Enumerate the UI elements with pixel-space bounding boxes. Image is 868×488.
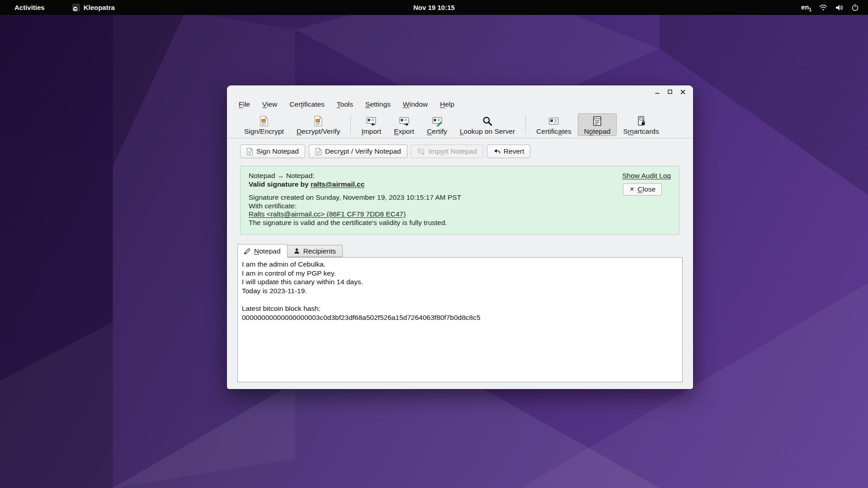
with-certificate-line: With certificate: [249, 202, 461, 211]
tab-label: Recipients [303, 247, 336, 255]
system-status-area[interactable]: en1 [801, 3, 859, 12]
toolbar-import[interactable]: Import [355, 113, 387, 136]
smartcard-icon [636, 115, 646, 127]
button-label: Decrypt / Verify Notepad [325, 147, 401, 155]
menu-settings[interactable]: Settings [365, 100, 391, 108]
button-label: Import Notepad [429, 147, 477, 155]
button-label: Sign Notepad [256, 147, 299, 155]
toolbar-lookup-on-server[interactable]: Lookup on Server [453, 113, 521, 136]
activities-button[interactable]: Activities [11, 2, 48, 13]
toolbar-smartcards[interactable]: Smartcards [617, 113, 665, 136]
decrypt-verify-notepad-icon [315, 148, 322, 155]
signature-result-text: Notepad → Notepad: Valid signature by ra… [249, 172, 461, 229]
keyboard-layout-indicator[interactable]: en1 [801, 3, 811, 12]
toolbar-export[interactable]: Export [387, 113, 420, 136]
toolbar-label: Lookup on Server [460, 127, 515, 136]
toolbar-label: Certify [427, 127, 447, 136]
sign-notepad-icon [246, 148, 253, 155]
gnome-top-bar: Activities Kleopatra Nov 19 10:15 en1 [0, 0, 868, 15]
focused-app-name: Kleopatra [84, 4, 115, 11]
import-notepad-icon [417, 148, 425, 155]
power-icon[interactable] [851, 4, 859, 11]
decrypt-verify-notepad-button[interactable]: Decrypt / Verify Notepad [309, 145, 407, 158]
decrypt-verify-document-icon [313, 115, 323, 127]
close-window-button[interactable] [678, 88, 688, 96]
pencil-icon [244, 248, 250, 254]
person-icon [294, 248, 300, 254]
menu-file[interactable]: File [239, 100, 250, 108]
certificate-link[interactable]: Ralts <ralts@airmail.cc> (86F1 CF79 7DD8… [249, 210, 406, 218]
main-toolbar: Sign/Encrypt Decrypt/Verify Import Expor… [227, 111, 693, 138]
clock-button[interactable]: Nov 19 10:15 [413, 4, 455, 11]
toolbar-separator [525, 115, 526, 134]
toolbar-label: Notepad [584, 127, 611, 136]
toolbar-label: Decrypt/Verify [297, 127, 340, 136]
sign-encrypt-document-icon [259, 115, 269, 127]
button-label: Close [637, 185, 656, 194]
toolbar-label: Import [361, 127, 381, 136]
toolbar-certificates[interactable]: Certificates [530, 113, 578, 136]
kleopatra-window: File View Certificates Tools Settings Wi… [227, 85, 693, 389]
toolbar-sign-encrypt[interactable]: Sign/Encrypt [238, 113, 290, 136]
tab-notepad[interactable]: Notepad [237, 244, 288, 258]
wifi-icon[interactable] [819, 4, 827, 11]
menu-bar: File View Certificates Tools Settings Wi… [227, 97, 693, 111]
certificates-icon [548, 115, 560, 127]
validity-line: The signature is valid and the certifica… [249, 219, 461, 227]
import-notepad-button[interactable]: Import Notepad [411, 145, 483, 158]
menu-view[interactable]: View [262, 100, 277, 108]
toolbar-separator [350, 115, 351, 134]
menu-certificates[interactable]: Certificates [289, 100, 325, 108]
import-certificate-icon [365, 115, 377, 127]
created-line: Signature created on Sunday, November 19… [249, 193, 461, 202]
toolbar-decrypt-verify[interactable]: Decrypt/Verify [290, 113, 346, 136]
focused-app-menu[interactable]: Kleopatra [72, 4, 115, 12]
menu-help[interactable]: Help [440, 100, 454, 108]
maximize-button[interactable] [665, 88, 675, 96]
toolbar-label: Certificates [536, 127, 571, 136]
toolbar-notepad[interactable]: Notepad [578, 113, 617, 136]
menu-window[interactable]: Window [403, 100, 428, 108]
toolbar-label: Smartcards [623, 127, 659, 136]
revert-button[interactable]: Revert [487, 145, 531, 158]
notepad-icon [592, 115, 603, 127]
spacer [249, 188, 461, 193]
status-line: Valid signature by ralts@airmail.cc [249, 180, 461, 189]
volume-icon[interactable] [835, 4, 844, 11]
tab-recipients[interactable]: Recipients [288, 245, 343, 257]
notepad-text-editor[interactable]: I am the admin of Cebulka. I am in contr… [238, 258, 682, 324]
operation-line: Notepad → Notepad: [249, 172, 461, 180]
toolbar-label: Sign/Encrypt [244, 127, 284, 136]
close-banner-button[interactable]: ✕ Close [623, 183, 662, 196]
notepad-tab-bar: Notepad Recipients [237, 244, 693, 257]
button-label: Revert [504, 147, 524, 155]
notepad-editor-frame: I am the admin of Cebulka. I am in contr… [237, 257, 683, 382]
toolbar-label: Export [394, 127, 414, 136]
sign-notepad-button[interactable]: Sign Notepad [240, 145, 305, 158]
signature-result-banner: Notepad → Notepad: Valid signature by ra… [240, 166, 679, 235]
window-titlebar[interactable] [227, 85, 693, 97]
menu-tools[interactable]: Tools [337, 100, 353, 108]
tab-label: Notepad [254, 247, 281, 255]
search-icon [482, 115, 493, 127]
export-certificate-icon [398, 115, 410, 127]
kleopatra-app-icon [72, 4, 80, 12]
notepad-action-bar: Sign Notepad Decrypt / Verify Notepad Im… [240, 145, 693, 158]
certify-icon [431, 115, 443, 127]
minimize-button[interactable] [652, 88, 662, 96]
signer-link[interactable]: ralts@airmail.cc [311, 180, 364, 188]
revert-undo-icon [493, 148, 500, 155]
close-x-icon: ✕ [629, 185, 634, 194]
toolbar-certify[interactable]: Certify [420, 113, 453, 136]
show-audit-log-link[interactable]: Show Audit Log [622, 172, 671, 180]
